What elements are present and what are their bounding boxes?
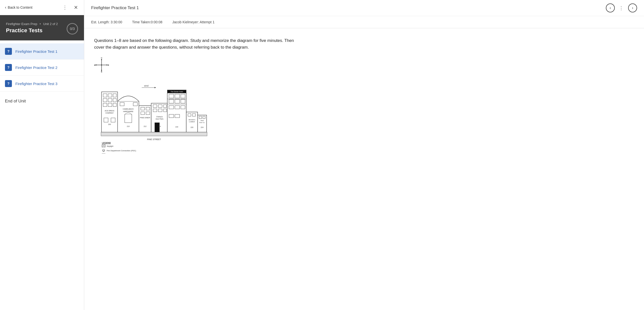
svg-rect-74 [188, 114, 191, 116]
sidebar-item-label-3: Firefighter Practice Test 3 [15, 82, 58, 86]
sidebar-item-test-3[interactable]: ? Firefighter Practice Test 3 [0, 76, 84, 92]
svg-text:LEGEND: LEGEND [102, 142, 111, 144]
svg-rect-41 [141, 112, 144, 115]
sidebar-item-label-2: Firefighter Practice Test 2 [15, 65, 58, 70]
svg-text:COMPANY: COMPANY [106, 112, 114, 114]
svg-rect-63 [169, 99, 174, 103]
svg-rect-67 [169, 106, 174, 109]
prev-page-button[interactable]: ‹ [606, 4, 615, 13]
end-of-unit-label: End of Unit [0, 92, 84, 111]
svg-rect-47 [158, 105, 162, 107]
sidebar-top-nav: ‹ Back to Content ⋮ ✕ [0, 0, 84, 15]
svg-rect-64 [175, 99, 180, 103]
content-nav-icons: ‹ ⋮ › [606, 4, 637, 13]
svg-text:216: 216 [175, 126, 178, 128]
attempt-info: Jacob Kielmeyer: Attempt 1 [172, 20, 214, 24]
svg-text:HARDWARE: HARDWARE [123, 111, 134, 113]
svg-marker-15 [154, 87, 156, 89]
svg-text:E: E [108, 64, 109, 66]
svg-rect-49 [153, 109, 157, 112]
time-taken: Time Taken:0:00:08 [132, 20, 162, 24]
svg-rect-51 [164, 109, 166, 112]
svg-rect-25 [113, 103, 116, 107]
sidebar-header-info: Firefighter Exam Prep • Unit 2 of 2 Prac… [6, 22, 67, 34]
svg-rect-48 [164, 105, 166, 107]
svg-text:Steel: Steel [200, 120, 204, 121]
svg-rect-39 [141, 107, 144, 110]
quiz-icon-2: ? [5, 64, 12, 71]
svg-text:S: S [101, 71, 102, 72]
svg-text:Fire Department Connection (FD: Fire Department Connection (FDC) [107, 150, 136, 152]
content-area: Firefighter Practice Test 1 ‹ ⋮ › Est. L… [84, 0, 644, 310]
svg-rect-97 [102, 153, 105, 154]
sidebar-item-test-2[interactable]: ? Firefighter Practice Test 2 [0, 60, 84, 76]
content-meta: Est. Length: 3:30:00 Time Taken:0:00:08 … [84, 16, 644, 28]
diagram-container: N S W E [94, 58, 218, 155]
svg-rect-26 [104, 118, 108, 122]
svg-rect-86 [101, 132, 207, 136]
svg-text:Auto Parts: Auto Parts [156, 118, 164, 120]
svg-text:PINE STREET: PINE STREET [147, 138, 161, 141]
content-more-options-button[interactable]: ⋮ [618, 4, 625, 12]
building-diagram: wind ACE DR [94, 77, 213, 154]
svg-rect-60 [175, 94, 180, 98]
back-to-content-link[interactable]: ‹ Back to Content [5, 5, 60, 10]
svg-text:LUMBER: LUMBER [189, 121, 195, 122]
svg-rect-27 [111, 118, 115, 122]
svg-text:220: 220 [190, 126, 193, 128]
sidebar-header: Firefighter Exam Prep • Unit 2 of 2 Prac… [0, 15, 84, 40]
svg-text:210: 210 [127, 125, 130, 127]
content-body: Questions 1–8 are based on the following… [84, 28, 644, 310]
sidebar-section-title: Practice Tests [6, 27, 67, 34]
quiz-icon-1: ? [5, 48, 12, 55]
svg-text:224: 224 [201, 126, 203, 128]
progress-indicator: 0/3 [67, 23, 78, 35]
svg-text:PINE DINER: PINE DINER [140, 117, 150, 119]
svg-rect-59 [169, 94, 174, 98]
back-label: Back to Content [8, 6, 32, 10]
sidebar-more-options-button[interactable]: ⋮ [62, 4, 69, 12]
svg-rect-69 [181, 106, 185, 109]
svg-text:214: 214 [158, 125, 161, 127]
back-arrow-icon: ‹ [5, 5, 6, 10]
content-header: Firefighter Practice Test 1 ‹ ⋮ › [84, 0, 644, 16]
svg-rect-52 [155, 123, 160, 132]
svg-rect-24 [108, 103, 112, 107]
est-length-label: Est. Length: 3:30:00 [91, 20, 122, 24]
svg-text:ACE DRESS: ACE DRESS [105, 110, 114, 112]
svg-text:Champ's: Champ's [156, 116, 163, 118]
svg-rect-23 [103, 103, 107, 107]
svg-rect-19 [113, 94, 116, 97]
svg-rect-65 [181, 99, 185, 103]
sidebar-item-test-1[interactable]: ? Firefighter Practice Test 1 [0, 43, 84, 60]
svg-rect-81 [203, 116, 205, 119]
quiz-icon-3: ? [5, 80, 12, 87]
svg-rect-50 [158, 109, 162, 112]
attempt-label: Jacob Kielmeyer: Attempt 1 [172, 20, 214, 24]
svg-rect-34 [124, 115, 132, 123]
sidebar-close-button[interactable]: ✕ [73, 4, 79, 12]
svg-rect-18 [108, 94, 112, 97]
svg-text:Skylight: Skylight [107, 145, 114, 147]
est-length: Est. Length: 3:30:00 [91, 20, 122, 24]
svg-rect-32 [120, 103, 124, 106]
sidebar-item-label-1: Firefighter Practice Test 1 [15, 49, 58, 54]
svg-rect-75 [192, 114, 196, 116]
svg-text:N: N [101, 58, 102, 59]
svg-point-93 [102, 149, 105, 152]
svg-text:Door Co.: Door Co. [200, 122, 205, 123]
svg-rect-42 [146, 112, 150, 115]
svg-rect-40 [146, 107, 150, 110]
svg-text:The Dexter Hotel: The Dexter Hotel [170, 91, 183, 93]
compass-icon: N S W E [94, 58, 218, 73]
svg-rect-80 [199, 116, 202, 119]
svg-rect-70 [169, 115, 174, 118]
time-taken-label: Time Taken:0:00:08 [132, 20, 162, 24]
next-page-button[interactable]: › [628, 4, 637, 13]
sidebar-nav-icons: ⋮ ✕ [62, 4, 79, 12]
sidebar-list: ? Firefighter Practice Test 1 ? Firefigh… [0, 40, 84, 310]
svg-text:W: W [94, 64, 96, 66]
sidebar: ‹ Back to Content ⋮ ✕ Firefighter Exam P… [0, 0, 84, 310]
question-intro: Questions 1–8 are based on the following… [94, 37, 297, 51]
svg-rect-33 [133, 103, 138, 106]
